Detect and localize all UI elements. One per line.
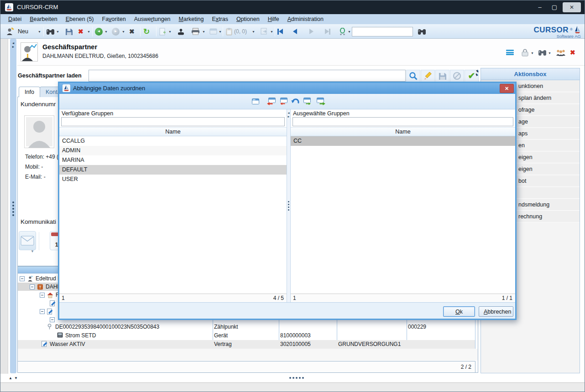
- dialog-splitter-grip-icon[interactable]: [288, 200, 289, 212]
- forward-dropdown-icon[interactable]: ▼: [122, 30, 125, 33]
- table-row-wasser-aktiv[interactable]: Wasser AKTIVVertrag3020100005GRUNDVERSOR…: [18, 340, 475, 349]
- left-collapse-arrows-icon[interactable]: ◄►: [11, 41, 16, 49]
- tree-expander-icon[interactable]: [30, 284, 35, 289]
- table-row-strom-setd[interactable]: Strom SETDGerät8100000003: [18, 331, 475, 340]
- delete-icon[interactable]: ✖: [78, 26, 84, 36]
- menu-extras[interactable]: Extras: [208, 14, 232, 24]
- bottom-splitter-arrows-icon[interactable]: ▲▼: [9, 376, 20, 380]
- block-icon[interactable]: [450, 70, 464, 82]
- quick-search-binoculars-icon[interactable]: [418, 26, 426, 36]
- close-record-icon[interactable]: ✖: [570, 48, 575, 57]
- form-window-icon[interactable]: [250, 97, 261, 107]
- assign-right-icon[interactable]: [302, 97, 313, 107]
- quick-search-input[interactable]: [352, 27, 413, 36]
- edit-pencil-icon[interactable]: [421, 70, 435, 82]
- tree-expander-icon[interactable]: [40, 293, 45, 298]
- person-search-icon[interactable]: [339, 26, 346, 36]
- menu-favoriten[interactable]: Favoriten: [98, 14, 130, 24]
- selected-groups-filter-input[interactable]: [292, 117, 513, 126]
- save-icon[interactable]: [65, 26, 73, 36]
- assign-all-left-icon[interactable]: [266, 97, 277, 107]
- process-joystick-icon[interactable]: [177, 26, 185, 36]
- selected-groups-column-header[interactable]: Name: [291, 127, 515, 136]
- assign-left-icon[interactable]: [277, 97, 288, 107]
- available-groups-filter-input[interactable]: [61, 117, 285, 126]
- menu-marketing[interactable]: Marketing: [175, 14, 208, 24]
- lock-dropdown-icon[interactable]: ▼: [531, 52, 534, 55]
- menu-datei[interactable]: Datei: [4, 14, 26, 24]
- export-icon[interactable]: [261, 26, 268, 36]
- nav-last-icon[interactable]: [325, 26, 330, 36]
- group-row-user[interactable]: USER: [59, 175, 287, 184]
- print-dropdown-icon[interactable]: ▼: [202, 30, 205, 33]
- window-pale-icon[interactable]: [209, 26, 217, 36]
- group-row-default[interactable]: DEFAULT: [59, 165, 287, 175]
- tree-expander-icon[interactable]: [20, 276, 25, 281]
- nav-next-icon[interactable]: [309, 26, 313, 36]
- back-icon[interactable]: ◄: [95, 26, 103, 36]
- clipboard-icon[interactable]: [226, 26, 233, 36]
- clipboard-dropdown-icon[interactable]: ▼: [252, 30, 255, 33]
- aktionsbox-collapse-arrows-icon[interactable]: ◄►: [475, 69, 479, 76]
- window-pale-dropdown-icon[interactable]: ▼: [219, 30, 222, 33]
- tree-expander-icon[interactable]: [40, 309, 45, 314]
- search-magnifier-icon[interactable]: [406, 70, 420, 82]
- lock-icon[interactable]: [521, 48, 529, 57]
- menu-hamburger-icon[interactable]: [506, 48, 514, 57]
- header-search-binoculars-icon[interactable]: [538, 48, 547, 57]
- abort-icon[interactable]: ✖: [129, 26, 135, 36]
- menu-administration[interactable]: Administration: [283, 14, 328, 24]
- tree-expander-icon[interactable]: [50, 317, 55, 322]
- back-dropdown-icon[interactable]: ▼: [104, 30, 108, 33]
- new-record-label[interactable]: Neu: [18, 26, 28, 36]
- tab-info[interactable]: Info: [19, 87, 40, 97]
- email-dropdown-icon[interactable]: ▼: [31, 249, 34, 253]
- search-dropdown-icon[interactable]: ▼: [56, 30, 59, 33]
- window-titlebar: CURSOR-CRM – ▢ ✕: [0, 0, 585, 14]
- available-groups-column-header[interactable]: Name: [59, 127, 287, 136]
- table-row-de000229353984000100023n5035o0843[interactable]: DE000229353984000100023N5035O0843Zählpun…: [18, 323, 475, 331]
- forward-icon[interactable]: ►: [112, 26, 120, 36]
- menu-bearbeiten[interactable]: Bearbeiten: [26, 14, 61, 24]
- menu-optionen[interactable]: Optionen: [232, 14, 264, 24]
- print-icon[interactable]: [191, 26, 200, 36]
- nav-prev-icon[interactable]: [293, 26, 297, 36]
- team-icon[interactable]: [555, 48, 566, 57]
- menu-ebenen-5[interactable]: Ebenen (5): [62, 14, 98, 24]
- menu-hilfe[interactable]: Hilfe: [264, 14, 283, 24]
- search-binoculars-icon[interactable]: [46, 26, 55, 36]
- group-row-ccallg[interactable]: CCALLG: [59, 136, 287, 146]
- export-dropdown-icon[interactable]: ▼: [270, 30, 273, 33]
- new-document-dropdown-icon[interactable]: ▼: [168, 30, 172, 33]
- house-icon: [47, 292, 54, 298]
- nav-first-icon[interactable]: [277, 26, 283, 36]
- new-document-icon[interactable]: [159, 26, 166, 36]
- save-view-icon[interactable]: [435, 70, 449, 82]
- assign-all-right-icon[interactable]: [315, 97, 326, 107]
- maximize-button[interactable]: ▢: [548, 3, 561, 12]
- new-record-icon[interactable]: [6, 26, 15, 36]
- cancel-button[interactable]: Abbrechen: [479, 306, 513, 317]
- group-row-admin[interactable]: ADMIN: [59, 146, 287, 155]
- person-search-dropdown-icon[interactable]: ▼: [348, 30, 351, 33]
- left-splitter-grip-icon[interactable]: [12, 200, 14, 217]
- dialog-splitter-arrows-icon[interactable]: ◄►: [287, 111, 290, 119]
- dialog-panel-splitter[interactable]: ◄►: [287, 109, 291, 302]
- new-dropdown-icon[interactable]: ▼: [38, 30, 41, 33]
- group-row-marina[interactable]: MARINA: [59, 155, 287, 165]
- email-envelope-icon[interactable]: [19, 231, 36, 250]
- dialog-close-button[interactable]: ✕: [500, 84, 514, 93]
- bottom-splitter-grip-icon[interactable]: [289, 377, 304, 379]
- header-search-dropdown-icon[interactable]: ▼: [548, 52, 551, 55]
- undo-icon[interactable]: [290, 97, 301, 107]
- cell-number: 8100000003: [280, 332, 311, 339]
- group-row-cc[interactable]: CC: [291, 136, 515, 146]
- refresh-icon[interactable]: ↻: [143, 26, 150, 36]
- close-window-button[interactable]: ✕: [563, 2, 581, 12]
- delete-dropdown-icon[interactable]: ▼: [87, 30, 90, 33]
- ok-button[interactable]: Ok: [443, 306, 475, 317]
- menu-auswertungen[interactable]: Auswertungen: [130, 14, 175, 24]
- minimize-button[interactable]: –: [533, 3, 546, 12]
- aktionsbox-header[interactable]: Aktionsbox: [481, 68, 580, 80]
- loader-input[interactable]: [89, 70, 406, 82]
